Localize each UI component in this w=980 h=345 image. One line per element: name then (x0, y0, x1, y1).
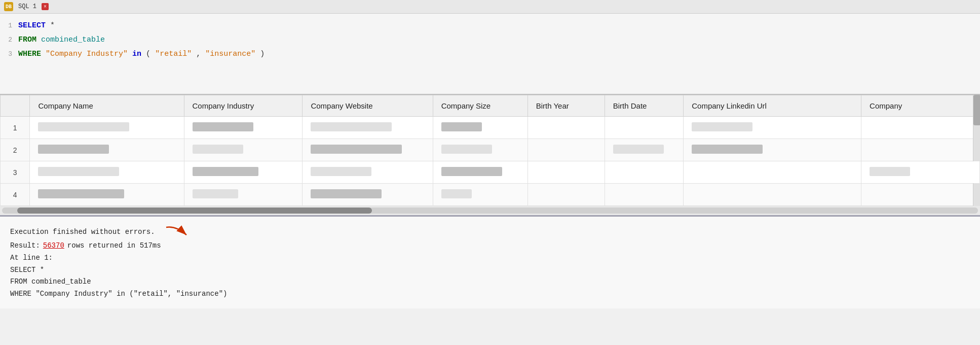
cell-4-name (30, 184, 184, 206)
table-row: 4 (1, 184, 980, 206)
console-output: Execution finished without errors. Resul… (0, 217, 980, 308)
col-company-website: Company Website (303, 95, 433, 117)
col-company-name: Company Name (30, 95, 184, 117)
cell-1-extra (861, 117, 980, 139)
results-section: Company Name Company Industry Company We… (0, 95, 980, 217)
col-company-linkedin: Company Linkedin Url (684, 95, 861, 117)
value-insurance: "insurance" (205, 50, 255, 58)
row-number-3: 3 (1, 161, 30, 184)
line-number-2: 2 (0, 35, 18, 46)
cell-3-extra (861, 161, 980, 184)
cell-1-website (303, 117, 433, 139)
scrollbar-track (2, 208, 978, 214)
cell-2-extra (861, 139, 980, 161)
cell-4-linkedin (684, 184, 861, 206)
sql-tab-label[interactable]: SQL 1 (15, 2, 40, 11)
arrow-annotation (161, 225, 192, 240)
col-birth-year: Birth Year (527, 95, 605, 117)
result-prefix: Result: (10, 240, 40, 252)
at-line: At line 1: (10, 252, 53, 264)
cell-2-industry (184, 139, 303, 161)
cell-2-size (433, 139, 527, 161)
cell-4-extra (861, 184, 980, 206)
col-company-size: Company Size (433, 95, 527, 117)
vertical-scrollbar[interactable] (973, 95, 980, 206)
code-line-1: 1 SELECT * (0, 19, 980, 33)
row-number-4: 4 (1, 184, 30, 206)
console-line-2: Result: 56370 rows returned in 517ms (10, 240, 970, 252)
cell-1-size (433, 117, 527, 139)
cell-3-website (303, 161, 433, 184)
sql-tab-icon: DB (4, 2, 13, 11)
table-row: 2 (1, 139, 980, 161)
cell-4-size (433, 184, 527, 206)
echo-select: SELECT * (10, 264, 44, 277)
result-count: 56370 (43, 240, 64, 252)
scrollbar-thumb[interactable] (17, 208, 372, 214)
select-star: * (50, 21, 55, 30)
row-number-1: 1 (1, 117, 30, 139)
cell-3-size (433, 161, 527, 184)
console-line-4: SELECT * (10, 264, 970, 277)
line-number-1: 1 (0, 21, 18, 31)
sql-editor[interactable]: 1 SELECT * 2 FROM combined_table 3 WHERE… (0, 14, 980, 95)
comma-sep: , (196, 50, 205, 58)
cell-4-birthyear (527, 184, 605, 206)
cell-4-industry (184, 184, 303, 206)
table-row: 3 (1, 161, 980, 184)
cell-2-birthdate (605, 139, 684, 161)
line-number-3: 3 (0, 49, 18, 60)
code-editor-content: 1 SELECT * 2 FROM combined_table 3 WHERE… (0, 14, 980, 66)
console-line-5: FROM combined_table (10, 276, 970, 288)
code-content-1: SELECT * (18, 20, 980, 32)
code-line-2: 2 FROM combined_table (0, 33, 980, 47)
tab-close-button[interactable]: × (42, 3, 49, 10)
row-number-2: 2 (1, 139, 30, 161)
table-row: 1 (1, 117, 980, 139)
keyword-in: in (132, 50, 141, 58)
col-company-extra: Company (861, 95, 980, 117)
execution-status: Execution finished without errors. (10, 226, 155, 238)
cell-3-linkedin (684, 161, 861, 184)
paren-open: ( (146, 50, 150, 58)
cell-1-birthdate (605, 117, 684, 139)
cell-3-birthyear (527, 161, 605, 184)
col-company-industry: Company Industry (184, 95, 303, 117)
cell-1-birthyear (527, 117, 605, 139)
cell-4-birthdate (605, 184, 684, 206)
cell-1-industry (184, 117, 303, 139)
cell-2-website (303, 139, 433, 161)
horizontal-scrollbar[interactable] (0, 206, 980, 215)
keyword-select: SELECT (18, 21, 46, 30)
table-header-row: Company Name Company Industry Company We… (1, 95, 980, 117)
tab-bar: DB SQL 1 × (0, 0, 980, 14)
where-column: "Company Industry" (46, 50, 128, 58)
col-row-number (1, 95, 30, 117)
cell-2-birthyear (527, 139, 605, 161)
col-birth-date: Birth Date (605, 95, 684, 117)
console-line-3: At line 1: (10, 252, 970, 264)
value-retail: "retail" (155, 50, 192, 58)
paren-close: ) (260, 50, 265, 58)
cell-2-name (30, 139, 184, 161)
keyword-where: WHERE (18, 50, 41, 58)
code-content-2: FROM combined_table (18, 34, 980, 46)
console-line-6: WHERE "Company Industry" in ("retail", "… (10, 288, 970, 300)
console-line-1: Execution finished without errors. (10, 225, 970, 240)
table-wrapper[interactable]: Company Name Company Industry Company We… (0, 95, 980, 206)
cell-2-linkedin (684, 139, 861, 161)
cell-3-industry (184, 161, 303, 184)
echo-where: WHERE "Company Industry" in ("retail", "… (10, 288, 227, 300)
cell-1-linkedin (684, 117, 861, 139)
cell-3-birthdate (605, 161, 684, 184)
code-content-3: WHERE "Company Industry" in ( "retail" ,… (18, 48, 980, 60)
table-name: combined_table (41, 36, 105, 44)
cell-3-name (30, 161, 184, 184)
cell-4-website (303, 184, 433, 206)
echo-from: FROM combined_table (10, 276, 91, 288)
results-table: Company Name Company Industry Company We… (0, 95, 980, 206)
vertical-scrollbar-thumb[interactable] (973, 95, 980, 125)
keyword-from: FROM (18, 36, 36, 44)
cell-1-name (30, 117, 184, 139)
result-suffix: rows returned in 517ms (67, 240, 161, 252)
